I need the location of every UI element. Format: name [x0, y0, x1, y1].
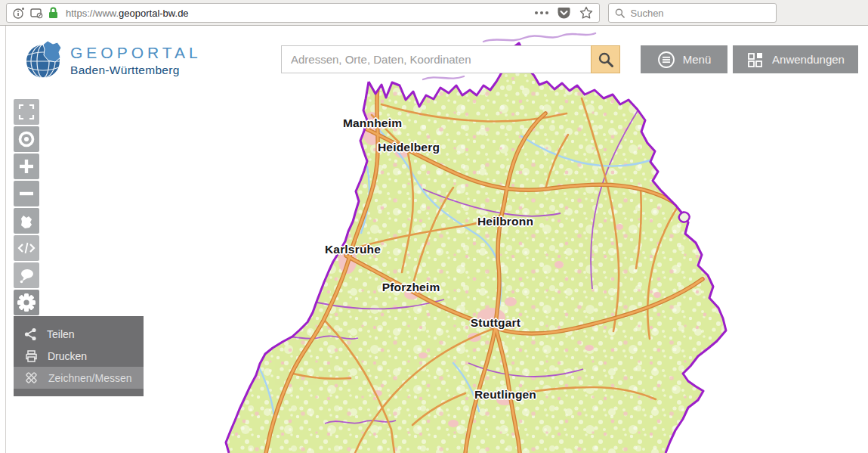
- geo-search-bar: [281, 45, 620, 73]
- menu-button-label: Menü: [683, 53, 712, 66]
- settings-button[interactable]: [14, 290, 39, 315]
- print-icon: [24, 349, 38, 363]
- feedback-bubble-icon: [17, 266, 36, 284]
- locate-target-icon: [17, 129, 36, 149]
- locate-button[interactable]: [14, 126, 39, 152]
- search-icon: [598, 51, 614, 68]
- page-actions-icon[interactable]: [535, 11, 548, 14]
- browser-search-input[interactable]: [631, 8, 771, 19]
- state-shape-icon: [17, 212, 36, 230]
- embed-code-button[interactable]: [14, 235, 39, 261]
- menu-item-draw-measure[interactable]: Zeichnen/Messen: [14, 367, 144, 389]
- zoom-in-button[interactable]: [14, 154, 39, 179]
- exclave-border: [679, 212, 690, 222]
- zoom-out-button[interactable]: [14, 181, 39, 206]
- bookmark-star-icon[interactable]: [579, 6, 593, 20]
- draw-measure-icon: [24, 371, 39, 385]
- gear-icon: [17, 293, 36, 312]
- menu-item-print[interactable]: Drucken: [14, 345, 144, 367]
- map-tool-column: [14, 99, 39, 315]
- url-text[interactable]: https://www.geoportal-bw.de: [66, 8, 535, 19]
- url-bar[interactable]: https://www.geoportal-bw.de: [6, 3, 600, 23]
- window-edge: [5, 26, 6, 453]
- browser-search-box[interactable]: [608, 3, 777, 23]
- url-scheme: https://www.: [66, 8, 119, 19]
- apps-grid-icon: [746, 51, 765, 69]
- fullscreen-button[interactable]: [14, 99, 39, 125]
- globe-logo-icon: [25, 39, 64, 79]
- geo-search-input[interactable]: [281, 45, 591, 73]
- applications-button-label: Anwendungen: [772, 53, 845, 66]
- menu-item-label: Zeichnen/Messen: [48, 372, 132, 384]
- minus-icon: [17, 185, 36, 203]
- code-icon: [17, 239, 36, 257]
- https-lock-icon[interactable]: [48, 7, 58, 19]
- browser-toolbar: https://www.geoportal-bw.de: [0, 0, 868, 26]
- applications-button[interactable]: Anwendungen: [733, 45, 858, 73]
- share-icon: [24, 327, 37, 341]
- feedback-button[interactable]: [14, 262, 39, 288]
- pocket-icon[interactable]: [558, 7, 570, 20]
- settings-menu: Teilen Drucken Zeichnen/Messen: [14, 316, 144, 396]
- menu-button[interactable]: Menü: [641, 45, 727, 73]
- search-icon: [615, 8, 626, 19]
- page-info-icon[interactable]: [13, 7, 25, 19]
- menu-circle-icon: [657, 51, 675, 69]
- geo-search-button[interactable]: [591, 45, 620, 73]
- site-identity-icons: [13, 7, 58, 19]
- logo-title: GEOPORTAL: [70, 44, 202, 62]
- menu-item-label: Drucken: [48, 350, 87, 362]
- menu-item-label: Teilen: [47, 328, 75, 340]
- plus-icon: [17, 157, 36, 175]
- fullscreen-icon: [17, 103, 36, 121]
- menu-item-share[interactable]: Teilen: [14, 323, 144, 345]
- state-overview-button[interactable]: [14, 208, 39, 234]
- url-domain: geoportal-bw.de: [119, 8, 189, 19]
- browser-window: https://www.geoportal-bw.de: [0, 0, 868, 453]
- geoportal-logo[interactable]: GEOPORTAL Baden-Württemberg: [25, 39, 202, 79]
- logo-subtitle: Baden-Württemberg: [70, 64, 202, 77]
- container-tab-icon[interactable]: [30, 8, 43, 19]
